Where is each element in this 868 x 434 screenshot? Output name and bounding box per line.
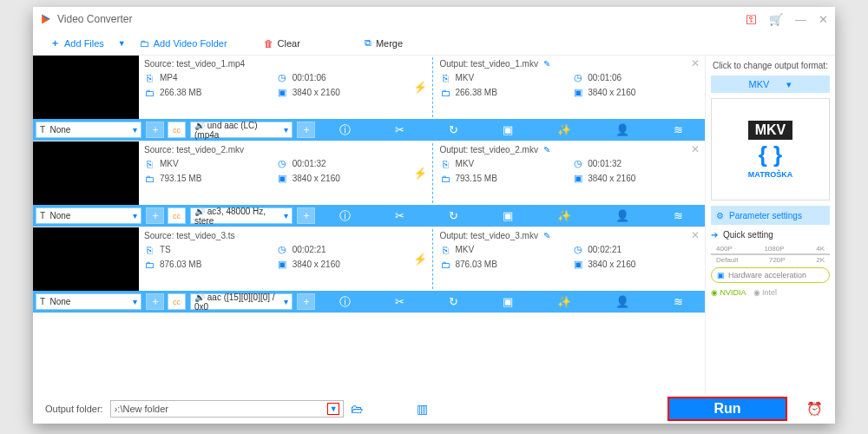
close-window-button[interactable]: ✕: [819, 13, 828, 26]
queue-icon[interactable]: ▥: [417, 402, 428, 416]
list-item: Source: test_video_3.ts ⎘TS ◷00:02:21 🗀8…: [33, 227, 705, 313]
key-icon[interactable]: ⚿: [746, 13, 757, 26]
edit-icon[interactable]: ✎: [543, 231, 550, 240]
app-logo-icon: [40, 13, 52, 25]
add-files-button[interactable]: ＋Add Files: [45, 35, 109, 51]
resolution-slider[interactable]: 400P1080P4K Default720P2K: [711, 245, 830, 262]
format-dropdown[interactable]: MKV▾: [711, 76, 830, 93]
subtitle-select[interactable]: T None▾: [36, 207, 141, 224]
video-thumbnail[interactable]: [33, 141, 139, 205]
add-subtitle-button[interactable]: ＋: [146, 122, 164, 138]
minimize-button[interactable]: —: [795, 13, 806, 26]
source-label: Source: test_video_2.mkv: [144, 145, 404, 155]
watermark-tool-icon[interactable]: 👤: [615, 295, 629, 308]
crop-tool-icon[interactable]: ▣: [503, 295, 513, 308]
format-icon: ⎘: [144, 72, 155, 83]
merge-button[interactable]: ⧉Merge: [359, 36, 408, 50]
effects-tool-icon[interactable]: ✨: [557, 123, 571, 136]
cc-button[interactable]: cc: [168, 207, 186, 224]
audio-select[interactable]: 🔊 ac3, 48000 Hz, stere▾: [190, 207, 293, 224]
run-button[interactable]: Run: [667, 397, 787, 421]
add-subtitle-button[interactable]: ＋: [146, 293, 164, 310]
chip-icon: ▣: [717, 271, 725, 279]
cc-button[interactable]: cc: [168, 293, 186, 310]
schedule-icon[interactable]: ⏰: [806, 401, 823, 417]
adjust-tool-icon[interactable]: ≋: [674, 123, 683, 136]
output-folder-label: Output folder:: [45, 404, 103, 414]
edit-icon[interactable]: ✎: [543, 59, 550, 69]
lightning-icon: ⚡: [413, 81, 427, 94]
arrow-right-icon: ➔: [711, 230, 718, 240]
add-audio-button[interactable]: ＋: [297, 293, 315, 310]
folder-icon: 🗀: [440, 259, 451, 270]
subtitle-select[interactable]: T None▾: [36, 122, 141, 138]
crop-tool-icon[interactable]: ▣: [503, 209, 513, 222]
list-item: Source: test_video_2.mkv ⎘MKV ◷00:01:32 …: [33, 141, 705, 227]
info-tool-icon[interactable]: ⓘ: [339, 294, 351, 310]
resolution-icon: ▣: [277, 259, 288, 270]
add-files-dropdown[interactable]: ▼: [118, 39, 126, 48]
subtitle-select[interactable]: T None▾: [36, 293, 141, 310]
format-icon: ⎘: [144, 158, 155, 169]
crop-tool-icon[interactable]: ▣: [503, 123, 513, 136]
video-thumbnail[interactable]: [33, 56, 139, 119]
adjust-tool-icon[interactable]: ≋: [674, 295, 683, 308]
format-icon: ⎘: [440, 158, 451, 169]
remove-item-button[interactable]: ✕: [691, 143, 700, 155]
hardware-acceleration-toggle[interactable]: ▣ Hardware acceleration: [711, 267, 830, 283]
cut-tool-icon[interactable]: ✂: [395, 209, 404, 222]
clock-icon: ◷: [277, 244, 288, 255]
merge-icon: ⧉: [365, 37, 372, 49]
format-header: Click to change output format:: [711, 61, 830, 70]
resolution-icon: ▣: [572, 87, 583, 98]
sliders-icon: ⚙: [716, 211, 724, 220]
rotate-tool-icon[interactable]: ↻: [449, 209, 458, 222]
adjust-tool-icon[interactable]: ≋: [674, 209, 683, 222]
format-preview[interactable]: MKV { } MATROŠKA: [711, 98, 830, 201]
open-folder-button[interactable]: 🗁: [351, 402, 363, 416]
edit-icon[interactable]: ✎: [543, 145, 550, 155]
rotate-tool-icon[interactable]: ↻: [449, 295, 458, 308]
parameter-settings-button[interactable]: ⚙Parameter settings: [711, 206, 830, 225]
folder-icon: 🗀: [144, 259, 155, 270]
audio-select[interactable]: 🔊 und aac (LC) (mp4a▾: [190, 122, 293, 138]
output-folder-input[interactable]: ›:\New folder ▼: [110, 400, 345, 418]
quick-setting-label: ➔ Quick setting: [711, 230, 830, 240]
video-thumbnail[interactable]: [33, 227, 139, 291]
clock-icon: ◷: [572, 244, 583, 255]
info-tool-icon[interactable]: ⓘ: [339, 122, 351, 138]
folder-icon: 🗀: [144, 173, 155, 184]
app-title: Video Converter: [57, 13, 133, 25]
add-folder-button[interactable]: 🗀Add Video Folder: [135, 36, 233, 50]
rotate-tool-icon[interactable]: ↻: [449, 123, 458, 136]
add-audio-button[interactable]: ＋: [297, 207, 315, 224]
output-folder-dropdown[interactable]: ▼: [327, 403, 339, 415]
cc-button[interactable]: cc: [168, 122, 186, 138]
cut-tool-icon[interactable]: ✂: [395, 295, 404, 308]
add-subtitle-button[interactable]: ＋: [146, 207, 164, 224]
lightning-icon: ⚡: [413, 253, 427, 266]
lightning-icon: ⚡: [413, 167, 427, 180]
clear-button[interactable]: 🗑Clear: [259, 36, 306, 50]
output-label: Output: test_video_3.mkv ✎: [440, 231, 700, 240]
main-toolbar: ＋Add Files ▼ 🗀Add Video Folder 🗑Clear ⧉M…: [33, 31, 835, 56]
remove-item-button[interactable]: ✕: [691, 229, 700, 241]
format-icon: ⎘: [440, 72, 451, 83]
source-label: Source: test_video_1.mp4: [144, 59, 404, 69]
cart-icon[interactable]: 🛒: [769, 13, 783, 26]
watermark-tool-icon[interactable]: 👤: [615, 209, 629, 222]
resolution-icon: ▣: [277, 173, 288, 184]
effects-tool-icon[interactable]: ✨: [557, 295, 571, 308]
watermark-tool-icon[interactable]: 👤: [615, 123, 629, 136]
chevron-down-icon: ▾: [786, 79, 792, 90]
clock-icon: ◷: [572, 158, 583, 169]
add-audio-button[interactable]: ＋: [297, 122, 315, 138]
cut-tool-icon[interactable]: ✂: [395, 123, 404, 136]
bottom-bar: Output folder: ›:\New folder ▼ 🗁 ▥ Run ⏰: [33, 394, 835, 424]
effects-tool-icon[interactable]: ✨: [557, 209, 571, 222]
audio-select[interactable]: 🔊 aac ([15][0][0][0] / 0x0▾: [190, 293, 293, 310]
folder-icon: 🗀: [140, 38, 149, 49]
remove-item-button[interactable]: ✕: [691, 57, 700, 69]
info-tool-icon[interactable]: ⓘ: [339, 208, 351, 224]
intel-badge: ◉ Intel: [753, 288, 778, 297]
